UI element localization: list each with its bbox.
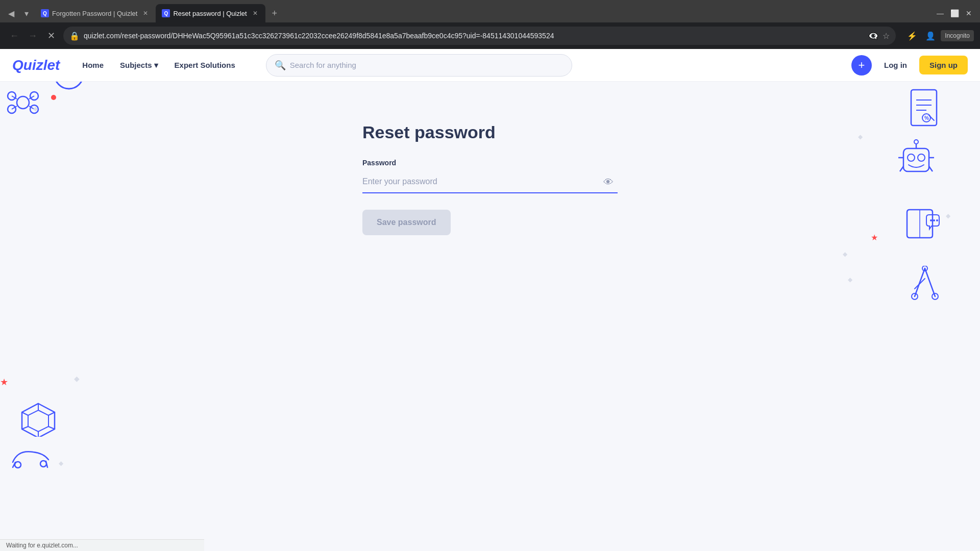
- svg-line-15: [48, 427, 55, 429]
- star-bookmark-icon[interactable]: ☆: [883, 31, 890, 41]
- status-text: Waiting for e.quizlet.com...: [6, 542, 78, 549]
- incognito-badge: Incognito: [941, 30, 974, 41]
- subjects-chevron-icon: ▾: [154, 61, 158, 70]
- lock-icon: 🔒: [69, 31, 80, 41]
- url-text: quizlet.com/reset-password/DHHeWac5Q9596…: [84, 32, 864, 40]
- eye-slash-icon: 👁‍🗨: [868, 31, 878, 41]
- main-content: Reset password Password 👁 Save password: [0, 82, 980, 235]
- add-button[interactable]: +: [851, 55, 872, 76]
- search-bar[interactable]: 🔍 Search for anything: [266, 54, 572, 77]
- quizlet-logo[interactable]: Quizlet: [12, 57, 60, 73]
- svg-point-44: [912, 293, 918, 299]
- signup-button[interactable]: Sign up: [919, 56, 968, 74]
- subjects-label: Subjects: [120, 61, 152, 69]
- nav-links: Home Subjects ▾ Expert Solutions: [76, 57, 241, 74]
- hexagon-decoration-bottom-left: [18, 401, 59, 439]
- svg-line-42: [925, 268, 935, 296]
- page-content: Quizlet Home Subjects ▾ Expert Solutions…: [0, 49, 980, 551]
- maximize-button[interactable]: ⬜: [947, 6, 962, 20]
- svg-point-45: [932, 293, 938, 299]
- browser-chrome: ◀ ▾ Q Forgotten Password | Quizlet ✕ Q R…: [0, 0, 980, 49]
- forward-button[interactable]: →: [24, 28, 41, 44]
- svg-marker-11: [22, 404, 55, 437]
- tab1-close[interactable]: ✕: [141, 9, 150, 17]
- tab1-title: Forgotten Password | Quizlet: [52, 10, 137, 17]
- form-title: Reset password: [362, 122, 618, 142]
- svg-marker-12: [28, 410, 48, 432]
- close-button[interactable]: ✕: [962, 6, 976, 20]
- tab-reset-password[interactable]: Q Reset password | Quizlet ✕: [156, 4, 265, 22]
- password-input-wrapper: 👁: [362, 171, 618, 193]
- nav-home[interactable]: Home: [76, 57, 110, 73]
- reload-button[interactable]: ✕: [43, 28, 59, 44]
- status-bar: Waiting for e.quizlet.com...: [0, 539, 204, 551]
- svg-line-41: [915, 268, 925, 296]
- tab1-favicon: Q: [41, 9, 49, 17]
- svg-line-18: [22, 412, 28, 415]
- address-bar: ← → ✕ 🔒 quizlet.com/reset-password/DHHeW…: [0, 22, 980, 49]
- reset-password-form: Reset password Password 👁 Save password: [362, 122, 618, 235]
- url-bar[interactable]: 🔒 quizlet.com/reset-password/DHHeWac5Q95…: [63, 27, 896, 45]
- extensions-button[interactable]: ⚡: [904, 28, 920, 44]
- svg-line-14: [48, 412, 55, 415]
- toggle-password-icon[interactable]: 👁: [603, 177, 614, 188]
- quizlet-navbar: Quizlet Home Subjects ▾ Expert Solutions…: [0, 49, 980, 82]
- search-placeholder-text: Search for anything: [290, 61, 356, 69]
- nav-expert-solutions[interactable]: Expert Solutions: [168, 57, 241, 73]
- tab-forgotten-password[interactable]: Q Forgotten Password | Quizlet ✕: [35, 4, 156, 22]
- svg-point-46: [922, 266, 927, 271]
- tab2-title: Reset password | Quizlet: [173, 10, 247, 17]
- new-tab-button[interactable]: +: [267, 6, 282, 20]
- diamond-decoration-skate: ◆: [59, 460, 63, 467]
- login-button[interactable]: Log in: [878, 57, 913, 73]
- back-nav-icon[interactable]: ◀: [4, 6, 18, 20]
- skate-decoration: [8, 442, 54, 474]
- diamond-decoration-right-lower: ◆: [848, 276, 852, 283]
- back-button[interactable]: ←: [6, 28, 22, 44]
- scissors-decoration-right: [910, 266, 940, 304]
- svg-point-19: [15, 462, 21, 468]
- password-input[interactable]: [362, 171, 618, 193]
- svg-line-17: [22, 427, 28, 429]
- nav-subjects[interactable]: Subjects ▾: [114, 57, 164, 74]
- dropdown-nav-icon[interactable]: ▾: [19, 6, 34, 20]
- svg-line-43: [915, 279, 925, 289]
- svg-point-20: [40, 461, 46, 467]
- save-password-button[interactable]: Save password: [362, 210, 451, 235]
- password-label: Password: [362, 159, 618, 167]
- tab2-favicon: Q: [162, 9, 170, 17]
- star-decoration-bottom-left: ★: [0, 377, 8, 388]
- profile-button[interactable]: 👤: [922, 28, 939, 44]
- nav-right: + Log in Sign up: [851, 55, 968, 76]
- diamond-decoration-mid-left: ◆: [74, 374, 80, 383]
- diamond-decoration-right-mid: ◆: [843, 251, 847, 258]
- minimize-button[interactable]: —: [933, 6, 947, 20]
- tab-bar: ◀ ▾ Q Forgotten Password | Quizlet ✕ Q R…: [0, 0, 980, 22]
- tab2-close[interactable]: ✕: [251, 9, 259, 17]
- search-icon: 🔍: [275, 60, 286, 71]
